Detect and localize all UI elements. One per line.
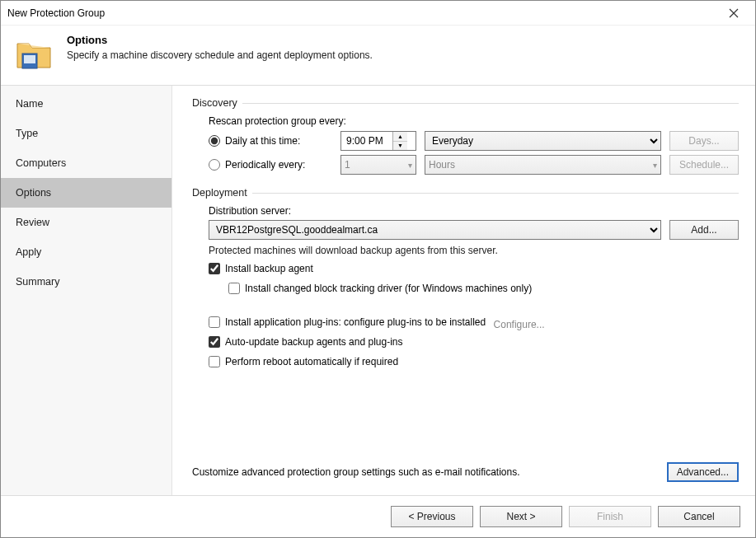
sidebar-item-summary[interactable]: Summary (1, 267, 171, 297)
daily-radio[interactable] (209, 135, 220, 147)
dist-server-select[interactable]: VBR12PostgreSQL.gooddealmart.ca (209, 220, 661, 240)
sidebar-item-type[interactable]: Type (1, 119, 171, 148)
sidebar-item-apply[interactable]: Apply (1, 237, 171, 267)
discovery-group: Discovery Rescan protection group every:… (192, 97, 739, 184)
period-value-select: 1▾ (340, 155, 416, 175)
advanced-button[interactable]: Advanced... (667, 462, 739, 482)
install-cbt-label[interactable]: Install changed block tracking driver (f… (228, 283, 532, 294)
sidebar-item-review[interactable]: Review (1, 208, 171, 237)
close-button[interactable] (719, 2, 749, 25)
daily-time-input[interactable] (341, 132, 392, 150)
periodic-radio-text: Periodically every: (225, 159, 305, 171)
daily-time-spinner[interactable]: ▲ ▼ (340, 131, 416, 151)
daily-recurrence-select[interactable]: Everyday (425, 131, 661, 151)
days-button: Days... (669, 131, 739, 151)
window-title: New Protection Group (7, 7, 719, 19)
deployment-legend: Deployment (192, 187, 252, 199)
time-down-button[interactable]: ▼ (393, 142, 407, 151)
sidebar-item-options[interactable]: Options (1, 178, 171, 208)
rescan-label: Rescan protection group every: (209, 115, 739, 127)
daily-radio-text: Daily at this time: (225, 135, 300, 147)
sidebar-item-computers[interactable]: Computers (1, 148, 171, 178)
wizard-header: Options Specify a machine discovery sche… (1, 26, 755, 85)
wizard-sidebar: Name Type Computers Options Review Apply… (1, 86, 172, 495)
page-subtitle: Specify a machine discovery schedule and… (67, 49, 373, 61)
period-unit-select: Hours▾ (425, 155, 661, 175)
install-agent-label[interactable]: Install backup agent (209, 263, 313, 274)
close-icon (729, 8, 739, 18)
dist-server-label: Distribution server: (209, 205, 739, 217)
advanced-text: Customize advanced protection group sett… (192, 466, 657, 478)
schedule-button: Schedule... (669, 155, 739, 175)
wizard-footer: < Previous Next > Finish Cancel (1, 496, 755, 537)
configure-plugins-link[interactable]: Configure... (494, 319, 545, 330)
finish-button: Finish (569, 506, 651, 527)
reboot-label[interactable]: Perform reboot automatically if required (209, 356, 398, 367)
dist-server-hint: Protected machines will download backup … (209, 245, 739, 256)
dialog-window: New Protection Group Options Specify a m… (0, 0, 756, 538)
install-plugins-label[interactable]: Install application plug-ins: configure … (209, 316, 486, 328)
install-cbt-checkbox[interactable] (228, 283, 240, 294)
install-plugins-checkbox[interactable] (209, 316, 220, 328)
options-folder-icon (14, 34, 54, 73)
cancel-button[interactable]: Cancel (658, 506, 740, 527)
deployment-group: Deployment Distribution server: VBR12Pos… (192, 187, 739, 381)
page-title: Options (67, 34, 373, 46)
sidebar-item-name[interactable]: Name (1, 89, 171, 119)
wizard-content: Discovery Rescan protection group every:… (172, 86, 755, 495)
next-button[interactable]: Next > (480, 506, 562, 527)
install-agent-checkbox[interactable] (209, 263, 220, 274)
add-server-button[interactable]: Add... (669, 220, 739, 240)
discovery-legend: Discovery (192, 97, 242, 109)
daily-radio-label[interactable]: Daily at this time: (209, 135, 332, 147)
previous-button[interactable]: < Previous (391, 506, 473, 527)
time-up-button[interactable]: ▲ (393, 132, 407, 142)
auto-update-checkbox[interactable] (209, 336, 220, 348)
titlebar: New Protection Group (1, 1, 755, 26)
reboot-checkbox[interactable] (209, 356, 220, 367)
advanced-row: Customize advanced protection group sett… (192, 437, 739, 485)
svg-rect-1 (24, 55, 35, 63)
auto-update-label[interactable]: Auto-update backup agents and plug-ins (209, 336, 403, 348)
periodic-radio-label[interactable]: Periodically every: (209, 159, 332, 171)
periodic-radio[interactable] (209, 159, 220, 171)
